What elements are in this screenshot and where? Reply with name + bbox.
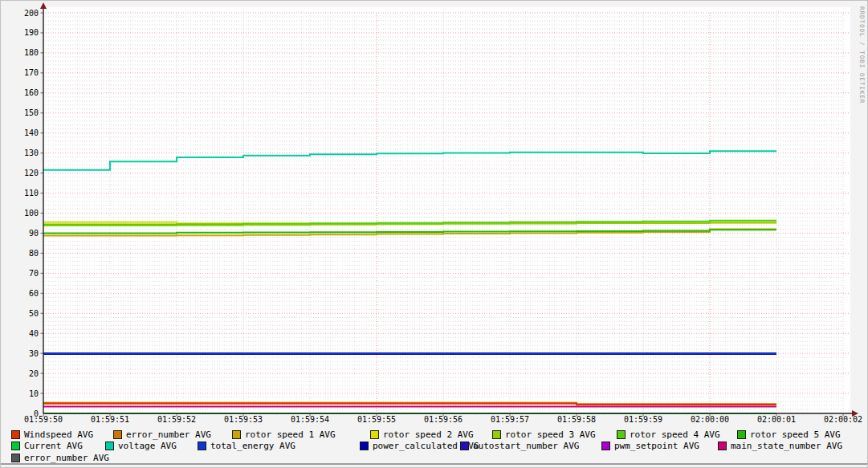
y-axis-label: 0 [34,409,39,418]
legend-label: rotor speed 4 AVG [630,430,720,439]
legend-swatch-icon [492,430,501,439]
legend-item: rotor speed 1 AVG [232,430,336,439]
y-axis-label: 200 [24,9,39,18]
chart-plot: 01:59:5001:59:5101:59:5201:59:5301:59:54… [1,1,868,428]
legend-swatch-icon [11,430,20,439]
y-axis-label: 150 [24,108,39,117]
legend-swatch-icon [105,442,114,450]
y-axis-label: 110 [24,189,39,197]
legend-swatch-icon [113,430,122,439]
x-axis-label: 01:59:51 [91,415,129,424]
y-axis-label: 170 [24,68,39,77]
legend-label: total_energy AVG [210,442,295,450]
x-axis-label: 02:00:02 [824,415,862,424]
y-axis-label: 50 [29,309,39,318]
y-axis-label: 10 [29,389,39,398]
legend-label: Windspeed AVG [24,430,93,439]
x-axis-label: 01:59:57 [491,415,529,424]
y-axis-label: 80 [29,249,39,258]
legend-label: voltage AVG [118,442,177,450]
y-axis-label: 190 [24,28,39,37]
legend-label: error_number AVG [24,454,109,462]
legend-swatch-icon [718,442,727,450]
y-axis-label: 100 [24,209,39,218]
y-axis-label: 120 [24,169,39,177]
legend-item: autostart_number AVG [460,442,579,450]
legend-label: autostart_number AVG [473,442,579,450]
x-axis-label: 01:59:53 [224,415,263,424]
legend-item: rotor speed 2 AVG [370,430,474,439]
legend-swatch-icon [460,442,469,450]
y-axis-arrow-icon [40,2,47,9]
x-axis-label: 01:59:50 [24,415,63,424]
x-axis-label: 02:00:00 [691,415,729,424]
legend-swatch-icon [737,430,746,439]
legend-label: rotor speed 2 AVG [383,430,474,439]
legend-label: rotor speed 1 AVG [245,430,336,439]
legend-item: rotor speed 3 AVG [492,430,596,439]
legend-item: rotor speed 4 AVG [617,430,720,439]
x-axis-label: 01:59:59 [624,415,662,424]
legend-swatch-icon [11,454,20,462]
legend-swatch-icon [601,442,610,450]
legend-item: main_state_number AVG [718,442,842,450]
legend-item: total_energy AVG [198,442,295,450]
x-axis-label: 01:59:56 [424,415,463,424]
legend-swatch-icon [617,430,626,439]
legend-swatch-icon [370,430,379,439]
legend-swatch-icon [360,442,369,450]
legend-label: rotor speed 5 AVG [750,430,841,439]
y-axis-label: 90 [29,229,39,238]
legend-label: Current AVG [24,442,83,450]
legend-label: rotor speed 3 AVG [505,430,596,439]
rrdtool-watermark: RRDTOOL / TOBI OETIKER [858,6,866,104]
x-axis-label: 01:59:55 [357,415,396,424]
legend-swatch-icon [198,442,206,450]
legend-swatch-icon [11,442,20,450]
legend-item: pwm_setpoint AVG [601,442,699,450]
legend-item: Current AVG [11,442,83,450]
legend-item: Windspeed AVG [11,430,93,439]
rrdtool-graph-window: 01:59:5001:59:5101:59:5201:59:5301:59:54… [0,0,868,468]
legend-label: power_calculated AVG [373,442,479,450]
y-axis-label: 130 [24,149,39,157]
x-axis-label: 02:00:01 [757,415,796,424]
legend-label: main_state_number AVG [731,442,842,450]
y-axis-label: 180 [24,48,39,57]
y-axis-label: 40 [29,329,39,338]
legend-item: rotor speed 5 AVG [737,430,841,439]
legend-item: power_calculated AVG [360,442,479,450]
legend-label: error_number AVG [126,430,211,439]
y-axis-label: 30 [29,349,39,358]
legend-item: error_number AVG [11,454,109,462]
legend-swatch-icon [232,430,241,439]
x-axis-label: 01:59:52 [157,415,196,424]
legend-label: pwm_setpoint AVG [614,442,699,450]
y-axis-label: 140 [24,128,39,137]
y-axis-label: 60 [29,289,39,298]
y-axis-label: 160 [24,88,39,97]
legend-item: voltage AVG [105,442,177,450]
y-axis-label: 20 [29,369,39,378]
window-bottom-bevel [1,463,867,465]
x-axis-label: 01:59:54 [291,415,329,424]
y-axis-label: 70 [29,269,39,278]
legend-item: error_number AVG [113,430,211,439]
x-axis-label: 01:59:58 [557,415,596,424]
